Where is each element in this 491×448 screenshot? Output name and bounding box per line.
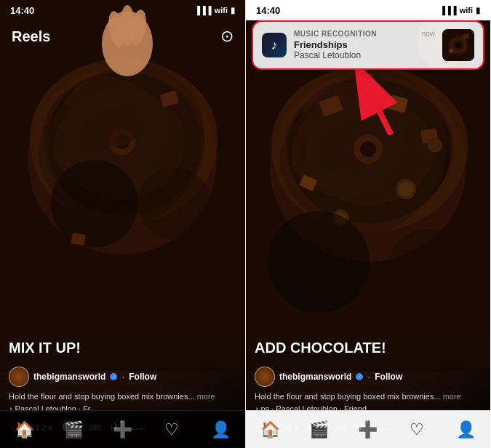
notif-thumb-img bbox=[442, 29, 474, 61]
user-row-left: thebigmansworld · Follow bbox=[0, 364, 245, 390]
reels-title: Reels bbox=[12, 28, 50, 45]
notif-song-title: Friendships bbox=[294, 39, 435, 50]
notif-header: MUSIC RECOGNITION now bbox=[294, 30, 435, 38]
status-icons-right: ▐▐▐ wifi ▮ bbox=[439, 6, 480, 15]
chocolate-swirl-left bbox=[0, 0, 245, 371]
follow-button-left[interactable]: Follow bbox=[129, 372, 156, 382]
notif-app-name: MUSIC RECOGNITION bbox=[294, 30, 377, 38]
avatar-left bbox=[9, 367, 29, 387]
nav-bar-right: 🏠 🎬 ➕ ♡ 👤 bbox=[246, 410, 490, 448]
svg-point-29 bbox=[399, 182, 413, 196]
wifi-icon-right: wifi bbox=[460, 6, 473, 15]
follow-button-right[interactable]: Follow bbox=[375, 372, 402, 382]
separator-left: · bbox=[121, 371, 124, 383]
user-row-right: thebigmansworld · Follow bbox=[246, 364, 490, 390]
reels-header: Reels ⊙ bbox=[0, 20, 245, 52]
music-app-icon: ♪ bbox=[271, 38, 278, 53]
status-bar-right: 14:40 ▐▐▐ wifi ▮ bbox=[246, 0, 490, 20]
svg-point-32 bbox=[428, 138, 442, 153]
svg-rect-11 bbox=[71, 233, 85, 246]
nav-reels-left[interactable]: 🎬 bbox=[57, 414, 89, 446]
notification-banner[interactable]: ♪ MUSIC RECOGNITION now Friendships Pasc… bbox=[252, 20, 484, 70]
status-icons-left: ▐▐▐ wifi ▮ bbox=[194, 6, 235, 15]
username-right[interactable]: thebigmansworld bbox=[279, 372, 351, 382]
video-title-right: ADD CHOCOLATE! bbox=[255, 340, 482, 356]
more-link-left[interactable]: more bbox=[197, 392, 215, 401]
svg-point-22 bbox=[360, 141, 376, 157]
nav-profile-right[interactable]: 👤 bbox=[450, 414, 482, 446]
left-phone: 14:40 ▐▐▐ wifi ▮ Reels ⊙ bbox=[0, 0, 245, 448]
nav-bar-left: 🏠 🎬 ➕ ♡ 👤 bbox=[0, 410, 245, 448]
svg-point-16 bbox=[449, 49, 453, 53]
signal-icon-right: ▐▐▐ bbox=[439, 6, 456, 15]
nav-likes-left[interactable]: ♡ bbox=[156, 414, 188, 446]
svg-point-37 bbox=[268, 211, 370, 313]
right-phone: 14:40 ▐▐▐ wifi ▮ ♪ MUSIC RECOGNITION now… bbox=[245, 0, 490, 448]
battery-icon-right: ▮ bbox=[476, 6, 480, 15]
description-left: Hold the flour and stop buying boxed mix… bbox=[0, 390, 245, 403]
svg-point-14 bbox=[455, 42, 461, 48]
nav-add-left[interactable]: ➕ bbox=[106, 414, 138, 446]
svg-point-38 bbox=[388, 229, 468, 309]
verified-badge-left bbox=[110, 373, 117, 380]
signal-icon: ▐▐▐ bbox=[194, 6, 211, 15]
wifi-icon: wifi bbox=[215, 6, 228, 15]
svg-point-9 bbox=[138, 167, 211, 240]
nav-reels-right[interactable]: 🎬 bbox=[303, 414, 335, 446]
nav-likes-right[interactable]: ♡ bbox=[401, 414, 433, 446]
video-caption-left: MIX IT UP! bbox=[0, 334, 245, 364]
status-bar-left: 14:40 ▐▐▐ wifi ▮ bbox=[0, 0, 245, 20]
notif-artist: Pascal Letoublon bbox=[294, 50, 435, 60]
verified-badge-right bbox=[356, 373, 363, 380]
notif-app-icon: ♪ bbox=[262, 33, 287, 57]
description-right: Hold the flour and stop buying boxed mix… bbox=[246, 390, 490, 403]
username-left[interactable]: thebigmansworld bbox=[33, 372, 105, 382]
notif-thumbnail bbox=[442, 29, 474, 61]
notif-content: MUSIC RECOGNITION now Friendships Pascal… bbox=[294, 30, 435, 60]
nav-profile-left[interactable]: 👤 bbox=[204, 414, 236, 446]
svg-point-8 bbox=[51, 160, 138, 247]
camera-icon[interactable]: ⊙ bbox=[220, 27, 233, 46]
time-left: 14:40 bbox=[10, 5, 34, 16]
battery-icon: ▮ bbox=[231, 6, 235, 15]
notif-time: now bbox=[422, 30, 435, 38]
more-link-right[interactable]: more bbox=[443, 392, 461, 401]
separator-right: · bbox=[367, 371, 370, 383]
svg-rect-25 bbox=[358, 73, 373, 86]
time-right: 14:40 bbox=[256, 5, 280, 16]
video-caption-right: ADD CHOCOLATE! bbox=[246, 334, 490, 364]
nav-add-right[interactable]: ➕ bbox=[352, 414, 384, 446]
video-title-left: MIX IT UP! bbox=[9, 340, 236, 356]
nav-home-left[interactable]: 🏠 bbox=[9, 414, 41, 446]
avatar-right bbox=[255, 367, 275, 387]
nav-home-right[interactable]: 🏠 bbox=[255, 414, 287, 446]
